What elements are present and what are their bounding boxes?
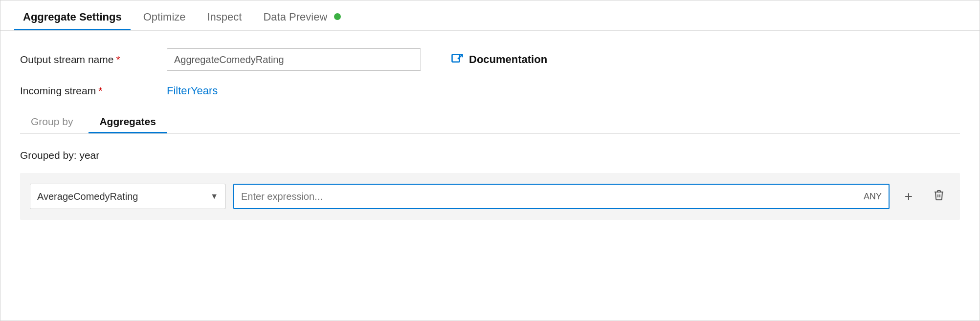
incoming-stream-label: Incoming stream* xyxy=(20,85,167,97)
aggregate-row-container: AverageComedyRating ▼ ANY + xyxy=(20,173,960,220)
data-preview-dot xyxy=(334,13,341,20)
expression-input-wrap: ANY xyxy=(233,184,890,209)
any-badge: ANY xyxy=(864,192,882,202)
plus-icon: + xyxy=(905,189,913,204)
incoming-stream-required: * xyxy=(98,85,102,96)
delete-aggregate-button[interactable] xyxy=(928,185,950,208)
column-dropdown[interactable]: AverageComedyRating ▼ xyxy=(30,184,225,209)
trash-icon xyxy=(933,189,945,204)
column-dropdown-value: AverageComedyRating xyxy=(37,191,138,202)
output-stream-required: * xyxy=(116,54,120,65)
sub-tab-group-by[interactable]: Group by xyxy=(20,111,84,133)
sub-tab-bar: Group by Aggregates xyxy=(20,111,960,134)
add-aggregate-button[interactable]: + xyxy=(897,185,920,208)
sub-tab-aggregates[interactable]: Aggregates xyxy=(89,111,167,133)
documentation-link[interactable]: Documentation xyxy=(450,53,547,66)
tab-data-preview[interactable]: Data Preview xyxy=(254,3,350,30)
expression-input[interactable] xyxy=(241,191,860,202)
incoming-stream-link[interactable]: FilterYears xyxy=(167,85,218,97)
incoming-stream-row: Incoming stream* FilterYears xyxy=(20,85,960,97)
output-stream-input[interactable] xyxy=(167,48,421,71)
tab-optimize[interactable]: Optimize xyxy=(134,3,195,30)
output-stream-label: Output stream name* xyxy=(20,54,167,65)
output-stream-row: Output stream name* Documentation xyxy=(20,48,960,71)
tab-aggregate-settings[interactable]: Aggregate Settings xyxy=(14,3,131,30)
external-link-icon xyxy=(450,53,464,66)
grouped-by-label: Grouped by: year xyxy=(20,150,960,161)
documentation-label: Documentation xyxy=(469,53,547,66)
tab-inspect[interactable]: Inspect xyxy=(199,3,251,30)
main-tab-bar: Aggregate Settings Optimize Inspect Data… xyxy=(0,0,980,31)
main-content: Output stream name* Documentation Incomi… xyxy=(0,31,980,239)
chevron-down-icon: ▼ xyxy=(210,192,218,201)
